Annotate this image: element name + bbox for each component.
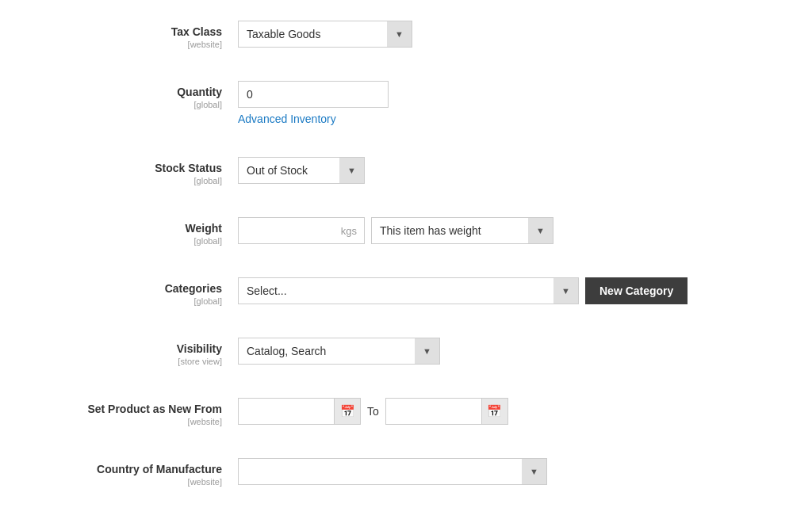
set-product-new-row: Set Product as New From [website] 📅 To 📅: [32, 393, 780, 431]
quantity-label: Quantity: [32, 86, 222, 98]
weight-label: Weight: [32, 222, 222, 235]
weight-control: kgs This item has weight This item has n…: [238, 217, 780, 244]
tax-class-label: Tax Class: [32, 25, 222, 38]
weight-input[interactable]: [238, 217, 365, 244]
stock-status-control: In Stock Out of Stock ▼: [238, 157, 780, 184]
tax-class-select[interactable]: Taxable Goods None: [238, 21, 412, 48]
visibility-control: Catalog, Search Catalog Search Not Visib…: [238, 338, 780, 365]
country-manufacture-select-wrapper: ▼: [238, 458, 547, 485]
stock-status-select[interactable]: In Stock Out of Stock: [238, 157, 365, 184]
weight-input-wrapper: kgs: [238, 217, 365, 244]
set-product-new-label-col: Set Product as New From [website]: [32, 398, 238, 426]
country-manufacture-row: Country of Manufacture [website] ▼: [32, 453, 780, 491]
stock-status-row: Stock Status [global] In Stock Out of St…: [32, 152, 780, 190]
country-manufacture-select[interactable]: [238, 458, 547, 485]
tax-class-label-col: Tax Class [website]: [32, 21, 238, 49]
to-date-wrapper: 📅: [385, 398, 508, 425]
from-date-calendar-icon[interactable]: 📅: [334, 398, 361, 425]
visibility-label-col: Visibility [store view]: [32, 338, 238, 366]
stock-status-label-col: Stock Status [global]: [32, 157, 238, 185]
categories-controls: Select... ▼ New Category: [238, 277, 688, 304]
tax-class-control: Taxable Goods None ▼: [238, 21, 780, 48]
weight-type-select[interactable]: This item has weight This item has no we…: [371, 217, 553, 244]
stock-status-scope: [global]: [32, 176, 222, 185]
categories-row: Categories [global] Select... ▼ New Cate…: [32, 273, 780, 311]
quantity-input[interactable]: [238, 81, 389, 108]
from-date-wrapper: 📅: [238, 398, 361, 425]
categories-select-wrapper: Select... ▼: [238, 277, 579, 304]
quantity-control: Advanced Inventory: [238, 81, 780, 125]
weight-row: Weight [global] kgs This item has weight…: [32, 212, 780, 250]
quantity-row: Quantity [global] Advanced Inventory: [32, 76, 780, 130]
stock-status-select-wrapper: In Stock Out of Stock ▼: [238, 157, 365, 184]
visibility-select-wrapper: Catalog, Search Catalog Search Not Visib…: [238, 338, 440, 365]
tax-class-row: Tax Class [website] Taxable Goods None ▼: [32, 16, 780, 54]
stock-status-label: Stock Status: [32, 162, 222, 174]
set-product-new-scope: [website]: [32, 417, 222, 426]
to-label: To: [367, 405, 379, 418]
advanced-inventory-link[interactable]: Advanced Inventory: [238, 113, 336, 125]
quantity-label-col: Quantity [global]: [32, 81, 238, 109]
categories-label: Categories: [32, 282, 222, 295]
categories-label-col: Categories [global]: [32, 277, 238, 306]
visibility-select[interactable]: Catalog, Search Catalog Search Not Visib…: [238, 338, 440, 365]
country-manufacture-control: ▼: [238, 458, 780, 485]
set-product-new-control: 📅 To 📅: [238, 398, 780, 425]
to-date-calendar-icon[interactable]: 📅: [481, 398, 508, 425]
visibility-row: Visibility [store view] Catalog, Search …: [32, 333, 780, 371]
weight-inputs: kgs This item has weight This item has n…: [238, 217, 553, 244]
categories-scope: [global]: [32, 296, 222, 306]
new-category-button[interactable]: New Category: [585, 277, 688, 304]
categories-control: Select... ▼ New Category: [238, 277, 780, 304]
country-manufacture-label: Country of Manufacture: [32, 463, 222, 475]
weight-label-col: Weight [global]: [32, 217, 238, 246]
country-manufacture-label-col: Country of Manufacture [website]: [32, 458, 238, 487]
product-form: Tax Class [website] Taxable Goods None ▼…: [0, 0, 812, 527]
set-product-new-label: Set Product as New From: [32, 403, 222, 415]
tax-class-select-wrapper: Taxable Goods None ▼: [238, 21, 412, 48]
quantity-scope: [global]: [32, 100, 222, 109]
tax-class-scope: [website]: [32, 40, 222, 49]
visibility-label: Visibility: [32, 342, 222, 355]
visibility-scope: [store view]: [32, 357, 222, 366]
categories-select[interactable]: Select...: [238, 277, 579, 304]
weight-scope: [global]: [32, 236, 222, 246]
date-range-row: 📅 To 📅: [238, 398, 508, 425]
weight-type-select-wrapper: This item has weight This item has no we…: [371, 217, 553, 244]
country-manufacture-scope: [website]: [32, 477, 222, 487]
